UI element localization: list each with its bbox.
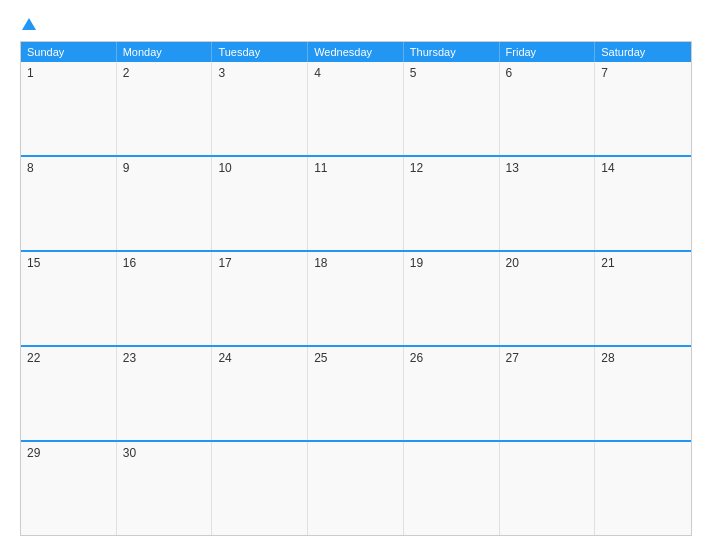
day-cell: 22: [21, 347, 117, 440]
page: SundayMondayTuesdayWednesdayThursdayFrid…: [0, 0, 712, 550]
day-cell: [404, 442, 500, 535]
day-number: 22: [27, 351, 40, 365]
day-header-friday: Friday: [500, 42, 596, 62]
week-row-2: 891011121314: [21, 155, 691, 250]
day-number: 17: [218, 256, 231, 270]
day-cell: 1: [21, 62, 117, 155]
day-cell: 11: [308, 157, 404, 250]
day-number: 6: [506, 66, 513, 80]
day-number: 30: [123, 446, 136, 460]
day-number: 3: [218, 66, 225, 80]
day-number: 11: [314, 161, 327, 175]
day-number: 27: [506, 351, 519, 365]
day-number: 5: [410, 66, 417, 80]
day-number: 8: [27, 161, 34, 175]
day-number: 1: [27, 66, 34, 80]
day-cell: 5: [404, 62, 500, 155]
day-number: 13: [506, 161, 519, 175]
day-headers-row: SundayMondayTuesdayWednesdayThursdayFrid…: [21, 42, 691, 62]
day-cell: 16: [117, 252, 213, 345]
day-cell: 13: [500, 157, 596, 250]
week-row-4: 22232425262728: [21, 345, 691, 440]
weeks-container: 1234567891011121314151617181920212223242…: [21, 62, 691, 535]
day-header-tuesday: Tuesday: [212, 42, 308, 62]
day-number: 21: [601, 256, 614, 270]
day-cell: 26: [404, 347, 500, 440]
day-number: 19: [410, 256, 423, 270]
day-cell: 27: [500, 347, 596, 440]
day-number: 16: [123, 256, 136, 270]
day-number: 28: [601, 351, 614, 365]
day-number: 9: [123, 161, 130, 175]
logo-blue-text: [20, 18, 36, 31]
day-cell: 19: [404, 252, 500, 345]
day-number: 26: [410, 351, 423, 365]
logo-triangle-icon: [22, 18, 36, 30]
day-cell: 8: [21, 157, 117, 250]
day-number: 20: [506, 256, 519, 270]
day-cell: 24: [212, 347, 308, 440]
day-header-thursday: Thursday: [404, 42, 500, 62]
day-number: 14: [601, 161, 614, 175]
day-number: 2: [123, 66, 130, 80]
day-cell: 28: [595, 347, 691, 440]
day-header-saturday: Saturday: [595, 42, 691, 62]
day-cell: 30: [117, 442, 213, 535]
day-cell: 14: [595, 157, 691, 250]
day-number: 29: [27, 446, 40, 460]
day-cell: 6: [500, 62, 596, 155]
day-cell: [500, 442, 596, 535]
day-number: 15: [27, 256, 40, 270]
day-number: 23: [123, 351, 136, 365]
logo: [20, 18, 36, 31]
day-cell: 21: [595, 252, 691, 345]
day-cell: 20: [500, 252, 596, 345]
day-cell: 2: [117, 62, 213, 155]
header: [20, 18, 692, 31]
day-cell: 9: [117, 157, 213, 250]
day-cell: 7: [595, 62, 691, 155]
day-number: 12: [410, 161, 423, 175]
day-cell: 18: [308, 252, 404, 345]
week-row-3: 15161718192021: [21, 250, 691, 345]
day-number: 25: [314, 351, 327, 365]
day-number: 10: [218, 161, 231, 175]
day-cell: 23: [117, 347, 213, 440]
day-header-sunday: Sunday: [21, 42, 117, 62]
day-cell: 17: [212, 252, 308, 345]
day-number: 18: [314, 256, 327, 270]
day-cell: 12: [404, 157, 500, 250]
day-cell: 25: [308, 347, 404, 440]
day-cell: [308, 442, 404, 535]
week-row-1: 1234567: [21, 62, 691, 155]
day-number: 7: [601, 66, 608, 80]
week-row-5: 2930: [21, 440, 691, 535]
day-cell: 3: [212, 62, 308, 155]
day-number: 4: [314, 66, 321, 80]
day-cell: [212, 442, 308, 535]
calendar: SundayMondayTuesdayWednesdayThursdayFrid…: [20, 41, 692, 536]
day-header-monday: Monday: [117, 42, 213, 62]
day-cell: 29: [21, 442, 117, 535]
day-cell: 4: [308, 62, 404, 155]
day-cell: 15: [21, 252, 117, 345]
day-cell: [595, 442, 691, 535]
day-header-wednesday: Wednesday: [308, 42, 404, 62]
day-number: 24: [218, 351, 231, 365]
day-cell: 10: [212, 157, 308, 250]
